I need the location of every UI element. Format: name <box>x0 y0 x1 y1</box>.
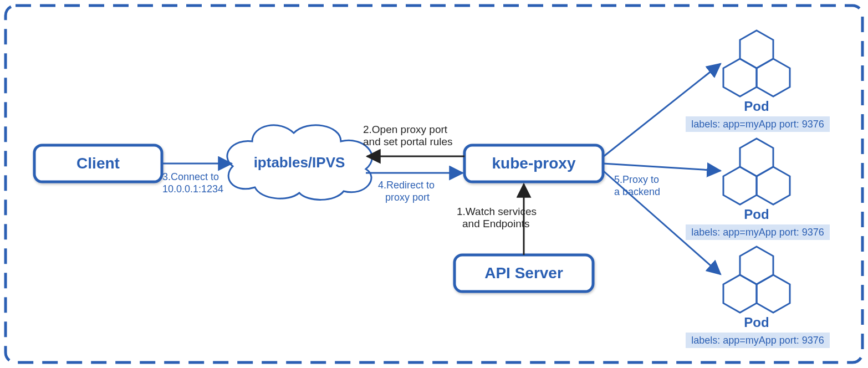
pod-title-2: Pod <box>744 207 769 222</box>
diagram-canvas: Client iptables/IPVS kube-proxy API Serv… <box>0 0 868 368</box>
edge1-label-l2: and Endpoints <box>462 218 530 229</box>
api-server-label: API Server <box>484 264 563 282</box>
edge1-label-l1: 1.Watch services <box>457 206 537 217</box>
pod-node-2: Pod labels: app=myApp port: 9376 <box>686 139 830 240</box>
pod-title-3: Pod <box>744 315 769 330</box>
svg-marker-7 <box>723 167 757 205</box>
kube-proxy-label: kube-proxy <box>492 155 576 172</box>
pod-sublabel-1: labels: app=myApp port: 9376 <box>691 119 824 130</box>
edge2-label-l1: 2.Open proxy port <box>363 124 448 135</box>
iptables-node: iptables/IPVS <box>227 125 372 200</box>
edge4-label-l2: proxy port <box>385 192 430 203</box>
pod-sublabel-3: labels: app=myApp port: 9376 <box>691 335 824 346</box>
pod-title-1: Pod <box>744 99 769 114</box>
iptables-label: iptables/IPVS <box>254 154 345 171</box>
api-server-node: API Server <box>455 255 593 292</box>
edge5-label-l1: 5.Proxy to <box>614 174 659 185</box>
hexagon-icon <box>723 30 790 96</box>
client-label: Client <box>76 155 120 172</box>
kube-proxy-node: kube-proxy <box>464 145 603 182</box>
edge4-label-l1: 4.Redirect to <box>378 180 435 191</box>
hexagon-icon <box>723 139 790 205</box>
pod-node-1: Pod labels: app=myApp port: 9376 <box>686 30 830 132</box>
edge5-label-l2: a backend <box>614 186 660 197</box>
edge3-label-l1: 3.Connect to <box>162 171 219 182</box>
svg-marker-4 <box>723 59 757 96</box>
edge2-label-l2: and set portal rules <box>363 136 453 147</box>
client-node: Client <box>34 145 162 182</box>
svg-marker-11 <box>757 275 790 313</box>
hexagon-icon <box>723 247 790 313</box>
edge3-label-l2: 10.0.0.1:1234 <box>162 183 223 195</box>
edge-kubeproxy-pod2 <box>603 163 721 171</box>
pod-sublabel-2: labels: app=myApp port: 9376 <box>691 227 824 238</box>
edge-kubeproxy-pod1 <box>603 64 721 157</box>
svg-marker-10 <box>723 275 757 313</box>
svg-marker-5 <box>757 59 790 96</box>
svg-marker-8 <box>757 167 790 205</box>
